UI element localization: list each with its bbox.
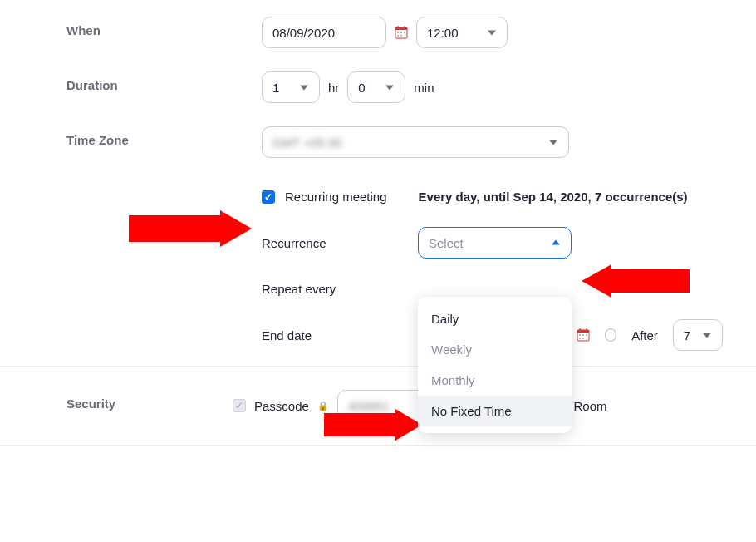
svg-rect-17 <box>582 338 584 339</box>
recurrence-summary: Every day, until Sep 14, 2020, 7 occurre… <box>419 190 688 204</box>
svg-rect-13 <box>579 334 581 336</box>
svg-rect-10 <box>577 330 589 333</box>
end-after-radio[interactable] <box>605 328 616 342</box>
when-date-input[interactable]: 08/09/2020 <box>262 17 386 48</box>
calendar-icon[interactable] <box>577 328 590 342</box>
when-time-select[interactable]: 12:00 <box>416 17 508 48</box>
duration-label: Duration <box>66 71 262 92</box>
svg-rect-7 <box>397 35 399 37</box>
recurrence-option-no-fixed-time[interactable]: No Fixed Time <box>418 396 572 426</box>
after-occurrences-select[interactable]: 7 <box>673 319 723 351</box>
svg-rect-1 <box>395 27 407 30</box>
calendar-icon[interactable] <box>395 26 408 39</box>
recurrence-label: Recurrence <box>262 236 403 250</box>
recurrence-option-weekly[interactable]: Weekly <box>418 334 572 365</box>
passcode-value: 409851 <box>348 399 390 413</box>
svg-rect-16 <box>579 338 581 339</box>
recurring-meeting-checkbox[interactable] <box>262 190 275 204</box>
svg-rect-6 <box>404 32 405 33</box>
divider <box>0 445 756 446</box>
svg-rect-14 <box>582 334 584 336</box>
svg-rect-15 <box>586 334 587 336</box>
recurring-meeting-label: Recurring meeting <box>285 190 387 204</box>
divider <box>0 366 756 367</box>
repeat-every-label: Repeat every <box>262 282 403 296</box>
svg-rect-4 <box>397 32 399 33</box>
duration-hours-select[interactable]: 1 <box>262 71 320 103</box>
lock-icon: 🔒 <box>317 401 329 411</box>
recurrence-option-monthly[interactable]: Monthly <box>418 365 572 396</box>
end-date-label: End date <box>262 328 385 342</box>
duration-minutes-select[interactable]: 0 <box>347 71 405 103</box>
after-label: After <box>631 328 658 342</box>
timezone-value: GMT +05:30 <box>272 136 342 150</box>
timezone-label: Time Zone <box>66 126 262 147</box>
passcode-label: Passcode <box>254 399 309 413</box>
timezone-select[interactable]: GMT +05:30 <box>262 126 569 158</box>
recurrence-option-daily[interactable]: Daily <box>418 303 572 334</box>
when-label: When <box>66 17 262 37</box>
min-label: min <box>414 81 434 95</box>
annotation-arrow-icon <box>129 210 253 247</box>
svg-marker-18 <box>129 210 252 247</box>
recurrence-dropdown[interactable]: Daily Weekly Monthly No Fixed Time <box>418 297 572 433</box>
security-label: Security <box>66 390 233 411</box>
passcode-checkbox <box>233 399 246 412</box>
svg-rect-8 <box>400 35 402 37</box>
recurrence-select[interactable]: Select <box>418 227 572 259</box>
svg-rect-5 <box>400 32 402 33</box>
hr-label: hr <box>328 81 339 95</box>
